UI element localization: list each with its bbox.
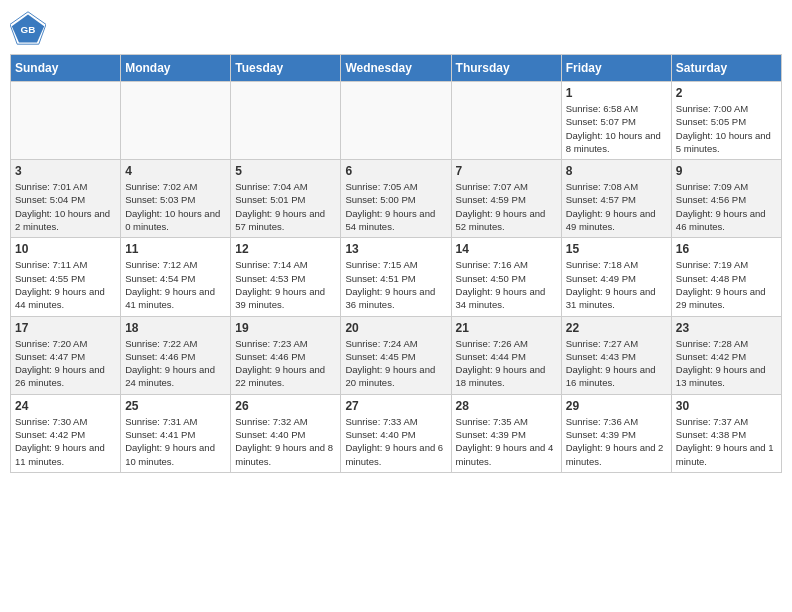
day-info: Sunrise: 7:04 AM Sunset: 5:01 PM Dayligh… xyxy=(235,180,336,233)
day-number: 2 xyxy=(676,86,777,100)
calendar-cell: 10Sunrise: 7:11 AM Sunset: 4:55 PM Dayli… xyxy=(11,238,121,316)
calendar-cell: 18Sunrise: 7:22 AM Sunset: 4:46 PM Dayli… xyxy=(121,316,231,394)
calendar-cell: 7Sunrise: 7:07 AM Sunset: 4:59 PM Daylig… xyxy=(451,160,561,238)
calendar-cell: 6Sunrise: 7:05 AM Sunset: 5:00 PM Daylig… xyxy=(341,160,451,238)
calendar-week-2: 3Sunrise: 7:01 AM Sunset: 5:04 PM Daylig… xyxy=(11,160,782,238)
day-number: 29 xyxy=(566,399,667,413)
day-info: Sunrise: 7:37 AM Sunset: 4:38 PM Dayligh… xyxy=(676,415,777,468)
weekday-friday: Friday xyxy=(561,55,671,82)
calendar-cell: 5Sunrise: 7:04 AM Sunset: 5:01 PM Daylig… xyxy=(231,160,341,238)
calendar-cell: 14Sunrise: 7:16 AM Sunset: 4:50 PM Dayli… xyxy=(451,238,561,316)
day-number: 1 xyxy=(566,86,667,100)
calendar-cell: 13Sunrise: 7:15 AM Sunset: 4:51 PM Dayli… xyxy=(341,238,451,316)
day-number: 19 xyxy=(235,321,336,335)
svg-text:GB: GB xyxy=(21,24,36,35)
calendar-cell: 22Sunrise: 7:27 AM Sunset: 4:43 PM Dayli… xyxy=(561,316,671,394)
day-info: Sunrise: 7:02 AM Sunset: 5:03 PM Dayligh… xyxy=(125,180,226,233)
day-info: Sunrise: 7:36 AM Sunset: 4:39 PM Dayligh… xyxy=(566,415,667,468)
day-number: 25 xyxy=(125,399,226,413)
calendar-cell: 15Sunrise: 7:18 AM Sunset: 4:49 PM Dayli… xyxy=(561,238,671,316)
day-info: Sunrise: 7:35 AM Sunset: 4:39 PM Dayligh… xyxy=(456,415,557,468)
day-info: Sunrise: 7:09 AM Sunset: 4:56 PM Dayligh… xyxy=(676,180,777,233)
weekday-monday: Monday xyxy=(121,55,231,82)
weekday-tuesday: Tuesday xyxy=(231,55,341,82)
day-number: 12 xyxy=(235,242,336,256)
day-info: Sunrise: 7:33 AM Sunset: 4:40 PM Dayligh… xyxy=(345,415,446,468)
day-number: 17 xyxy=(15,321,116,335)
day-number: 27 xyxy=(345,399,446,413)
day-info: Sunrise: 7:12 AM Sunset: 4:54 PM Dayligh… xyxy=(125,258,226,311)
calendar-cell xyxy=(341,82,451,160)
calendar-cell: 4Sunrise: 7:02 AM Sunset: 5:03 PM Daylig… xyxy=(121,160,231,238)
day-number: 22 xyxy=(566,321,667,335)
day-info: Sunrise: 7:01 AM Sunset: 5:04 PM Dayligh… xyxy=(15,180,116,233)
calendar-cell: 16Sunrise: 7:19 AM Sunset: 4:48 PM Dayli… xyxy=(671,238,781,316)
day-info: Sunrise: 7:22 AM Sunset: 4:46 PM Dayligh… xyxy=(125,337,226,390)
calendar-cell xyxy=(451,82,561,160)
day-info: Sunrise: 7:05 AM Sunset: 5:00 PM Dayligh… xyxy=(345,180,446,233)
calendar-cell: 23Sunrise: 7:28 AM Sunset: 4:42 PM Dayli… xyxy=(671,316,781,394)
calendar-cell: 3Sunrise: 7:01 AM Sunset: 5:04 PM Daylig… xyxy=(11,160,121,238)
day-number: 8 xyxy=(566,164,667,178)
calendar-cell: 25Sunrise: 7:31 AM Sunset: 4:41 PM Dayli… xyxy=(121,394,231,472)
calendar-cell: 20Sunrise: 7:24 AM Sunset: 4:45 PM Dayli… xyxy=(341,316,451,394)
day-info: Sunrise: 7:07 AM Sunset: 4:59 PM Dayligh… xyxy=(456,180,557,233)
day-number: 24 xyxy=(15,399,116,413)
day-number: 10 xyxy=(15,242,116,256)
day-number: 7 xyxy=(456,164,557,178)
calendar-week-3: 10Sunrise: 7:11 AM Sunset: 4:55 PM Dayli… xyxy=(11,238,782,316)
calendar-week-4: 17Sunrise: 7:20 AM Sunset: 4:47 PM Dayli… xyxy=(11,316,782,394)
calendar-week-5: 24Sunrise: 7:30 AM Sunset: 4:42 PM Dayli… xyxy=(11,394,782,472)
calendar-cell xyxy=(231,82,341,160)
day-info: Sunrise: 7:30 AM Sunset: 4:42 PM Dayligh… xyxy=(15,415,116,468)
weekday-wednesday: Wednesday xyxy=(341,55,451,82)
day-number: 3 xyxy=(15,164,116,178)
day-info: Sunrise: 7:18 AM Sunset: 4:49 PM Dayligh… xyxy=(566,258,667,311)
day-info: Sunrise: 7:26 AM Sunset: 4:44 PM Dayligh… xyxy=(456,337,557,390)
day-number: 28 xyxy=(456,399,557,413)
day-number: 18 xyxy=(125,321,226,335)
day-info: Sunrise: 7:15 AM Sunset: 4:51 PM Dayligh… xyxy=(345,258,446,311)
day-info: Sunrise: 7:19 AM Sunset: 4:48 PM Dayligh… xyxy=(676,258,777,311)
day-info: Sunrise: 7:00 AM Sunset: 5:05 PM Dayligh… xyxy=(676,102,777,155)
day-info: Sunrise: 7:14 AM Sunset: 4:53 PM Dayligh… xyxy=(235,258,336,311)
calendar-cell: 9Sunrise: 7:09 AM Sunset: 4:56 PM Daylig… xyxy=(671,160,781,238)
calendar-cell: 1Sunrise: 6:58 AM Sunset: 5:07 PM Daylig… xyxy=(561,82,671,160)
day-info: Sunrise: 7:32 AM Sunset: 4:40 PM Dayligh… xyxy=(235,415,336,468)
day-info: Sunrise: 7:31 AM Sunset: 4:41 PM Dayligh… xyxy=(125,415,226,468)
day-info: Sunrise: 6:58 AM Sunset: 5:07 PM Dayligh… xyxy=(566,102,667,155)
logo: GB xyxy=(10,10,50,46)
calendar-cell: 24Sunrise: 7:30 AM Sunset: 4:42 PM Dayli… xyxy=(11,394,121,472)
calendar-cell: 21Sunrise: 7:26 AM Sunset: 4:44 PM Dayli… xyxy=(451,316,561,394)
calendar: SundayMondayTuesdayWednesdayThursdayFrid… xyxy=(10,54,782,473)
calendar-cell: 29Sunrise: 7:36 AM Sunset: 4:39 PM Dayli… xyxy=(561,394,671,472)
day-info: Sunrise: 7:20 AM Sunset: 4:47 PM Dayligh… xyxy=(15,337,116,390)
day-number: 21 xyxy=(456,321,557,335)
day-number: 6 xyxy=(345,164,446,178)
day-number: 13 xyxy=(345,242,446,256)
logo-icon: GB xyxy=(10,10,46,46)
day-number: 15 xyxy=(566,242,667,256)
day-info: Sunrise: 7:08 AM Sunset: 4:57 PM Dayligh… xyxy=(566,180,667,233)
day-number: 20 xyxy=(345,321,446,335)
calendar-cell: 12Sunrise: 7:14 AM Sunset: 4:53 PM Dayli… xyxy=(231,238,341,316)
calendar-cell: 26Sunrise: 7:32 AM Sunset: 4:40 PM Dayli… xyxy=(231,394,341,472)
day-number: 5 xyxy=(235,164,336,178)
calendar-cell xyxy=(121,82,231,160)
day-number: 4 xyxy=(125,164,226,178)
day-number: 11 xyxy=(125,242,226,256)
calendar-cell: 27Sunrise: 7:33 AM Sunset: 4:40 PM Dayli… xyxy=(341,394,451,472)
calendar-cell: 8Sunrise: 7:08 AM Sunset: 4:57 PM Daylig… xyxy=(561,160,671,238)
day-info: Sunrise: 7:28 AM Sunset: 4:42 PM Dayligh… xyxy=(676,337,777,390)
day-number: 23 xyxy=(676,321,777,335)
header: GB xyxy=(10,10,782,46)
weekday-header-row: SundayMondayTuesdayWednesdayThursdayFrid… xyxy=(11,55,782,82)
calendar-cell: 19Sunrise: 7:23 AM Sunset: 4:46 PM Dayli… xyxy=(231,316,341,394)
calendar-cell: 28Sunrise: 7:35 AM Sunset: 4:39 PM Dayli… xyxy=(451,394,561,472)
weekday-sunday: Sunday xyxy=(11,55,121,82)
day-info: Sunrise: 7:24 AM Sunset: 4:45 PM Dayligh… xyxy=(345,337,446,390)
calendar-body: 1Sunrise: 6:58 AM Sunset: 5:07 PM Daylig… xyxy=(11,82,782,473)
weekday-thursday: Thursday xyxy=(451,55,561,82)
calendar-week-1: 1Sunrise: 6:58 AM Sunset: 5:07 PM Daylig… xyxy=(11,82,782,160)
day-info: Sunrise: 7:27 AM Sunset: 4:43 PM Dayligh… xyxy=(566,337,667,390)
